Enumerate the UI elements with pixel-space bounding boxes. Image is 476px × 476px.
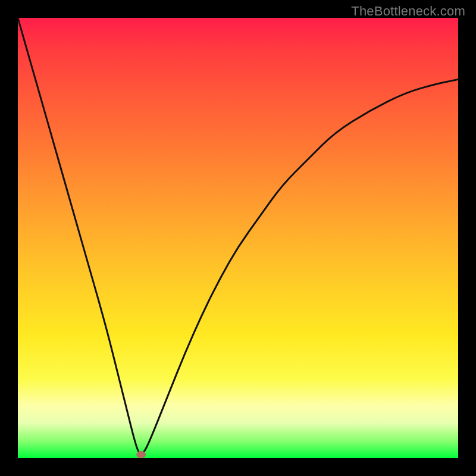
- watermark-label: TheBottleneck.com: [351, 4, 465, 19]
- chart-frame: TheBottleneck.com: [0, 0, 476, 476]
- bottleneck-curve: [18, 18, 458, 454]
- curve-svg: [18, 18, 458, 458]
- plot-area: [18, 18, 458, 458]
- optimal-point-marker: [136, 451, 146, 458]
